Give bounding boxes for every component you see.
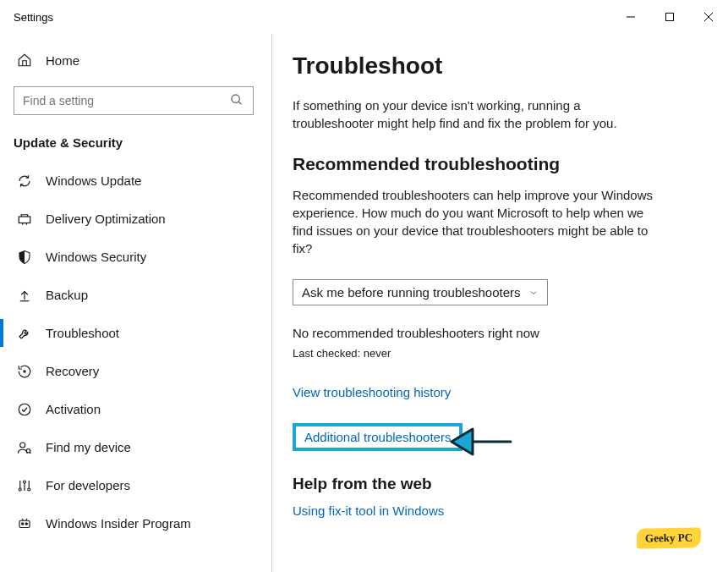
dropdown-value: Ask me before running troubleshooters [302, 285, 520, 300]
titlebar: Settings [0, 0, 728, 34]
recovery-icon [17, 364, 32, 379]
home-icon [17, 52, 32, 68]
svg-point-20 [22, 522, 24, 524]
sidebar-item-windows-update[interactable]: Windows Update [14, 162, 272, 200]
sidebar-item-for-developers[interactable]: For developers [14, 466, 272, 504]
sidebar-item-find-my-device[interactable]: Find my device [14, 428, 272, 466]
sidebar-item-label: For developers [46, 478, 130, 492]
delivery-icon [17, 212, 32, 227]
intro-text: If something on your device isn't workin… [293, 96, 665, 132]
svg-point-10 [20, 443, 25, 448]
svg-point-8 [24, 370, 25, 371]
svg-point-4 [232, 95, 239, 102]
sidebar-item-backup[interactable]: Backup [14, 276, 272, 314]
insider-icon [17, 516, 32, 531]
svg-rect-19 [19, 520, 30, 527]
sidebar-item-activation[interactable]: Activation [14, 390, 272, 428]
sidebar-item-recovery[interactable]: Recovery [14, 352, 272, 390]
watermark: Geeky PC [637, 527, 701, 548]
view-history-link[interactable]: View troubleshooting history [293, 385, 451, 399]
svg-point-21 [25, 522, 27, 524]
find-device-icon [17, 440, 32, 455]
close-button[interactable] [689, 0, 728, 34]
sidebar-item-label: Backup [46, 288, 88, 302]
sidebar: Home Update & Security Windows Update De… [0, 34, 272, 572]
additional-troubleshooters-link[interactable]: Additional troubleshooters [304, 430, 451, 444]
sidebar-item-label: Windows Update [46, 173, 141, 188]
activation-icon [17, 402, 32, 417]
svg-line-5 [238, 102, 241, 104]
troubleshoot-icon [17, 326, 32, 341]
no-recommended-text: No recommended troubleshooters right now [293, 326, 704, 340]
chevron-down-icon [528, 288, 539, 298]
additional-troubleshooters-highlight: Additional troubleshooters [293, 423, 463, 451]
last-checked-text: Last checked: never [293, 347, 704, 360]
recommended-heading: Recommended troubleshooting [293, 154, 704, 174]
sidebar-section-heading: Update & Security [14, 130, 272, 162]
search-field[interactable] [14, 86, 272, 115]
sidebar-item-label: Windows Security [46, 250, 146, 264]
window-title: Settings [14, 11, 53, 24]
home-label: Home [46, 53, 79, 68]
svg-point-17 [24, 481, 26, 483]
recommended-desc: Recommended troubleshooters can help imp… [293, 186, 665, 257]
window-controls [611, 0, 728, 34]
svg-point-9 [19, 404, 30, 415]
svg-rect-1 [666, 14, 674, 21]
backup-icon [17, 288, 32, 303]
sidebar-item-label: Find my device [46, 440, 131, 454]
sidebar-item-label: Troubleshoot [46, 326, 119, 340]
fixit-link[interactable]: Using fix-it tool in Windows [293, 503, 444, 518]
sidebar-item-windows-insider[interactable]: Windows Insider Program [14, 504, 272, 542]
svg-line-12 [30, 452, 31, 454]
sidebar-item-troubleshoot[interactable]: Troubleshoot [14, 314, 272, 352]
sidebar-item-label: Delivery Optimization [46, 212, 166, 226]
troubleshoot-preference-dropdown[interactable]: Ask me before running troubleshooters [293, 279, 548, 305]
page-title: Troubleshoot [293, 52, 704, 80]
sidebar-divider [271, 34, 272, 572]
sidebar-item-windows-security[interactable]: Windows Security [14, 238, 272, 276]
main-content: Troubleshoot If something on your device… [272, 34, 728, 572]
shield-icon [17, 250, 32, 265]
sync-icon [17, 173, 32, 189]
minimize-button[interactable] [611, 0, 650, 34]
sidebar-item-label: Activation [46, 402, 101, 416]
maximize-button[interactable] [650, 0, 689, 34]
sidebar-item-label: Recovery [46, 364, 99, 378]
sidebar-item-label: Windows Insider Program [46, 516, 191, 531]
help-heading: Help from the web [293, 475, 704, 493]
home-nav[interactable]: Home [14, 44, 272, 76]
search-input[interactable] [14, 86, 254, 115]
svg-point-18 [28, 488, 30, 491]
search-icon [230, 93, 244, 107]
sidebar-item-delivery-optimization[interactable]: Delivery Optimization [14, 200, 272, 238]
svg-point-16 [19, 488, 21, 491]
developers-icon [17, 478, 32, 493]
svg-rect-6 [19, 217, 30, 223]
